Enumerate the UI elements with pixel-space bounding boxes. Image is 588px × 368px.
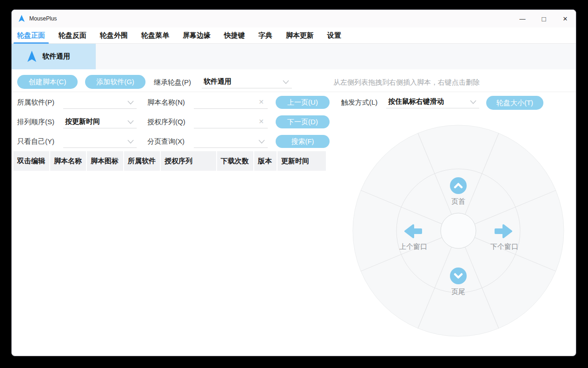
trigger-mode-value: 按住鼠标右键滑动	[388, 97, 444, 106]
separator	[12, 92, 576, 92]
add-software-button[interactable]: 添加软件(G)	[85, 75, 145, 89]
tab-script-update[interactable]: 脚本更新	[282, 27, 317, 43]
wheel-label-prev-window: 上个窗口	[399, 242, 427, 251]
only-mine-label: 只看自己(Y)	[17, 137, 54, 146]
column-header[interactable]: 更新时间	[277, 151, 326, 171]
create-script-button[interactable]: 创建脚本(C)	[17, 75, 78, 89]
chevron-down-icon	[470, 100, 476, 104]
mouseplus-logo-icon	[27, 51, 37, 63]
tab-settings[interactable]: 设置	[324, 27, 345, 43]
next-page-button[interactable]: 下一页(D)	[276, 115, 330, 128]
clear-icon[interactable]: ✕	[258, 98, 264, 106]
column-header[interactable]: 下载次数	[217, 151, 254, 171]
tab-wheel-menu[interactable]: 轮盘菜单	[138, 27, 173, 43]
sort-order-label: 排列顺序(S)	[17, 118, 54, 127]
arrow-left-icon	[404, 223, 423, 239]
column-header[interactable]: 脚本名称	[50, 151, 87, 171]
chevron-down-icon	[283, 80, 289, 84]
app-window: MousePlus — □ ✕ 轮盘正面 轮盘反面 轮盘外围 轮盘菜单 屏幕边缘…	[11, 9, 576, 356]
wheel-label-page-bottom: 页尾	[451, 288, 465, 296]
arrow-right-icon	[494, 223, 513, 239]
trigger-mode-select[interactable]: 按住鼠标右键滑动	[386, 95, 479, 108]
tab-wheel-front[interactable]: 轮盘正面	[13, 27, 49, 43]
sort-order-value: 按更新时间	[65, 117, 100, 126]
profile-item-general[interactable]: 软件通用	[12, 44, 96, 69]
profile-band: 软件通用	[12, 44, 576, 69]
column-header[interactable]: 所属软件	[124, 151, 161, 171]
column-header[interactable]: 脚本图标	[87, 151, 124, 171]
window-controls: — □ ✕	[512, 10, 576, 27]
chevron-down-icon	[127, 100, 134, 105]
tab-wheel-back[interactable]: 轮盘反面	[55, 27, 90, 43]
wheel-preview: 页首 页尾 上个窗口 下个窗口	[352, 125, 564, 337]
app-title: MousePlus	[29, 15, 57, 22]
tab-wheel-outer[interactable]: 轮盘外围	[96, 27, 132, 43]
close-button[interactable]: ✕	[555, 10, 576, 27]
main-tab-bar: 轮盘正面 轮盘反面 轮盘外围 轮盘菜单 屏幕边缘 快捷键 字典 脚本更新 设置	[12, 27, 576, 44]
column-header[interactable]: 版本	[254, 151, 277, 171]
page-query-select[interactable]	[194, 135, 268, 148]
minimize-button[interactable]: —	[512, 10, 533, 27]
script-name-field: ✕	[194, 96, 268, 109]
chevron-down-circle-icon	[450, 268, 467, 284]
trigger-mode-label: 触发方式(L)	[341, 98, 377, 107]
drag-hint-text: 从左侧列表拖拽到右侧插入脚本，右键点击删除	[333, 78, 480, 87]
clear-icon[interactable]: ✕	[258, 118, 264, 125]
wheel-label-page-top: 页首	[451, 197, 465, 206]
script-name-input[interactable]	[195, 97, 255, 107]
license-serial-label: 授权序列(Q)	[147, 118, 185, 127]
wheel-sector-next-window[interactable]	[494, 223, 511, 240]
tab-dictionary[interactable]: 字典	[255, 27, 276, 43]
mouseplus-logo-icon	[18, 15, 25, 22]
license-serial-input[interactable]	[195, 116, 255, 127]
wheel-sector-page-bottom[interactable]	[450, 268, 467, 284]
chevron-down-icon	[258, 140, 265, 144]
license-serial-field: ✕	[194, 115, 268, 128]
sort-order-select[interactable]: 按更新时间	[63, 115, 137, 128]
tab-hotkeys[interactable]: 快捷键	[220, 27, 249, 43]
wheel-sector-page-top[interactable]	[450, 177, 467, 194]
chevron-down-icon	[127, 120, 134, 124]
script-table-header: 双击编辑 脚本名称 脚本图标 所属软件 授权序列 下载次数 版本 更新时间	[13, 151, 326, 171]
owner-software-label: 所属软件(P)	[17, 98, 54, 107]
chevron-down-icon	[127, 140, 134, 144]
prev-page-button[interactable]: 上一页(U)	[276, 96, 330, 109]
profile-item-label: 软件通用	[42, 52, 70, 61]
inherit-wheel-value: 软件通用	[204, 77, 231, 86]
owner-software-select[interactable]	[63, 96, 137, 109]
wheel-rings	[352, 125, 564, 337]
search-button[interactable]: 搜索(F)	[276, 135, 330, 148]
wheel-label-next-window: 下个窗口	[490, 242, 518, 251]
page-query-label: 分页查询(X)	[147, 137, 185, 146]
chevron-up-circle-icon	[450, 177, 467, 194]
wheel-sector-prev-window[interactable]	[404, 223, 421, 240]
only-mine-select[interactable]	[63, 135, 137, 148]
script-name-label: 脚本名称(N)	[147, 98, 185, 107]
wheel-size-button[interactable]: 轮盘大小(T)	[486, 96, 543, 110]
inherit-wheel-select[interactable]: 软件通用	[202, 75, 292, 88]
column-header[interactable]: 双击编辑	[13, 151, 50, 171]
title-bar: MousePlus — □ ✕	[12, 10, 576, 27]
inherit-wheel-label: 继承轮盘(P)	[154, 78, 191, 87]
tab-screen-edge[interactable]: 屏幕边缘	[179, 27, 214, 43]
maximize-button[interactable]: □	[533, 10, 555, 27]
column-header[interactable]: 授权序列	[161, 151, 217, 171]
